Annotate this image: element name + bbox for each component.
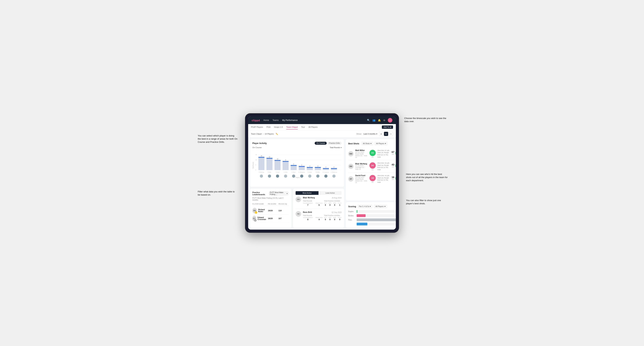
chevron-down-icon: ▾ bbox=[385, 142, 386, 145]
practicedrills-tab[interactable]: Practice Drills bbox=[328, 142, 342, 145]
nav-items: Home Teams My Performance bbox=[264, 118, 364, 122]
player-count: 14 Players bbox=[264, 133, 274, 135]
activity-avatar-1: BM bbox=[296, 197, 301, 202]
right-column: Best Shots All Shots ▾ All Players ▾ bbox=[346, 139, 396, 228]
activity-player-row-2: RB Rees Britt 02 Sep 2023 Total Rounds bbox=[296, 211, 342, 223]
nav-item-home[interactable]: Home bbox=[264, 118, 269, 122]
shot-item-1[interactable]: MM Matt Miller 09 Jun 2023 · Royal North… bbox=[348, 148, 396, 160]
best-shots-title: Best Shots bbox=[348, 142, 359, 145]
add-to-all-button[interactable]: Add To all bbox=[382, 126, 393, 129]
svg-text:L. Robertson: L. Robertson bbox=[331, 172, 337, 173]
bar-fill-eagles bbox=[357, 210, 357, 213]
shot-result-circle-3: 0 bbox=[395, 176, 396, 181]
search-icon[interactable]: 🔍 bbox=[367, 119, 370, 122]
shot-result-circle-2: 0 bbox=[395, 163, 396, 168]
most-active-tab[interactable]: Most Active bbox=[296, 191, 319, 195]
svg-text:M. Miller: M. Miller bbox=[316, 172, 320, 173]
chart-header: On Course Total Rounds ▾ bbox=[252, 147, 342, 149]
edit-icon[interactable]: ✏️ bbox=[276, 133, 278, 135]
shot-avatar-2: BM bbox=[348, 164, 354, 169]
least-active-tab[interactable]: Least Active bbox=[318, 191, 342, 195]
bar-label-eagles: Eagles bbox=[348, 211, 355, 212]
nav-logo: clippd bbox=[252, 119, 260, 122]
leaderboard-table-header: PLAYER NAME PB SCORE PB AVG SQ bbox=[252, 202, 289, 206]
shot-dist-1: Shot Dist: 67 yds bbox=[378, 149, 390, 152]
bell-icon[interactable]: 🔔 bbox=[378, 119, 381, 122]
scoring-filter-2[interactable]: All Players ▾ bbox=[374, 205, 387, 208]
svg-text:B. Britt: B. Britt bbox=[268, 172, 271, 173]
practice-label-1: Total Practice Activities bbox=[324, 200, 342, 202]
time-period-select[interactable]: Last 3 months ▾ bbox=[364, 133, 377, 135]
all-players-filter[interactable]: All Players ▾ bbox=[374, 142, 388, 145]
svg-text:3: 3 bbox=[318, 165, 318, 167]
bar-track-eagles: 3 bbox=[357, 210, 396, 213]
avatar[interactable]: U bbox=[388, 118, 392, 123]
scoring-bars: Eagles 3 Birdies bbox=[348, 210, 396, 225]
svg-point-52 bbox=[284, 174, 287, 178]
users-icon[interactable]: 👥 bbox=[372, 119, 376, 122]
activity-tab-pills: On Course Practice Drills bbox=[315, 142, 342, 145]
table-view-button[interactable]: ≡ bbox=[389, 132, 393, 136]
leaderboard-player-2: EC 2 Edward Crossman bbox=[252, 216, 268, 221]
activity-player-info-1: Blair McHarg 26 Aug 2023 Total Rounds bbox=[303, 197, 342, 206]
shot-item-3[interactable]: DF David Ford 24 Aug 2023 · Royal North … bbox=[348, 173, 396, 185]
svg-text:R. Butler: R. Butler bbox=[308, 172, 312, 173]
svg-text:J. Coles: J. Coles bbox=[284, 172, 288, 173]
subnav-allplayers[interactable]: All Players bbox=[308, 125, 318, 130]
shot-yds-val-1: 67 bbox=[392, 151, 394, 154]
shot-course-2: Ashridge GC bbox=[355, 167, 364, 168]
settings-icon[interactable]: ⊕ bbox=[383, 119, 385, 122]
svg-text:10: 10 bbox=[277, 158, 278, 160]
chevron-down-icon: ▾ bbox=[370, 142, 372, 145]
nav-item-myperformance[interactable]: My Performance bbox=[282, 118, 298, 122]
player1-avg: 110 bbox=[278, 209, 289, 212]
grid-view-button[interactable]: ⊞ bbox=[379, 132, 383, 136]
subnav-pgat[interactable]: PGAT Players bbox=[251, 125, 263, 130]
putt-val-2: 0 bbox=[338, 218, 342, 220]
svg-text:15: 15 bbox=[256, 154, 257, 155]
svg-text:E. Crossman: E. Crossman bbox=[323, 172, 329, 173]
svg-rect-19 bbox=[282, 161, 289, 162]
chart-filter[interactable]: Total Rounds ▾ bbox=[330, 147, 342, 149]
view-icons: ⊞ ♥ ≡ bbox=[379, 132, 393, 136]
list-view-button[interactable]: ♥ bbox=[384, 132, 388, 136]
shot-yds-box-1: 67 yds bbox=[392, 151, 394, 157]
subnav-teamclippd[interactable]: Team Clippd bbox=[286, 125, 298, 130]
shot-details-1: Shot Dist: 67 yds Start Lie: Rough End L… bbox=[378, 149, 390, 158]
practice-val-1: 6 bbox=[316, 204, 322, 206]
svg-rect-10 bbox=[258, 157, 264, 158]
all-shots-filter[interactable]: All Shots ▾ bbox=[362, 142, 373, 145]
scoring-filter-1[interactable]: Par 3, 4 & 5s ▾ bbox=[358, 205, 372, 208]
filter-label: Total Rounds bbox=[330, 147, 340, 149]
nav-item-teams[interactable]: Teams bbox=[272, 118, 278, 122]
oncourse-tab[interactable]: On Course bbox=[315, 142, 326, 145]
drill-name-badge[interactable]: PUTT Must Make Putting ... ▾ bbox=[268, 191, 289, 196]
shot-player-name-1: Matt Miller bbox=[355, 149, 368, 151]
subnav-pga[interactable]: PGA bbox=[266, 125, 270, 130]
all-players-label: All Players bbox=[376, 143, 384, 145]
svg-rect-9 bbox=[258, 157, 264, 170]
subnav-hcaps[interactable]: Hcaps 1-5 bbox=[274, 125, 283, 130]
subnav-tour[interactable]: Tour bbox=[301, 125, 305, 130]
gtt-col-2: GTT 0 bbox=[324, 217, 327, 220]
svg-point-56 bbox=[316, 174, 320, 178]
svg-point-57 bbox=[324, 174, 328, 178]
shot-yds-boxes-2: 43 yds 0 yds bbox=[392, 163, 396, 170]
col-pb-avg: PB AVG SQ bbox=[278, 203, 289, 205]
svg-text:9: 9 bbox=[285, 159, 286, 161]
scoring-bar-bogeys: 115 bbox=[348, 223, 396, 225]
shot-start-lie-3: Start Lie: Rough bbox=[378, 177, 390, 179]
player-activity-title: Player Activity bbox=[252, 142, 267, 145]
svg-text:13: 13 bbox=[261, 155, 262, 157]
shot-yds-boxes-3: 16 yds 0 yds bbox=[392, 176, 396, 182]
bar-label-pars: Pars bbox=[348, 219, 355, 221]
shot-hole-2: Hole 15 bbox=[355, 168, 361, 170]
chevron-down-icon: ▾ bbox=[370, 205, 371, 208]
col-pb-score: PB SCORE bbox=[268, 203, 278, 205]
player2-score: 18/20 bbox=[268, 217, 278, 219]
svg-text:D. Ford: D. Ford bbox=[276, 172, 280, 173]
shot-badge-3: 198 bbox=[370, 175, 376, 181]
shot-item-2[interactable]: BM Blair McHarg 23 Jul 2023 · Ashridge G… bbox=[348, 160, 396, 173]
practice-val-2: 4 bbox=[316, 218, 322, 220]
sub-nav: PGAT Players PGA Hcaps 1-5 Team Clippd T… bbox=[248, 124, 396, 130]
